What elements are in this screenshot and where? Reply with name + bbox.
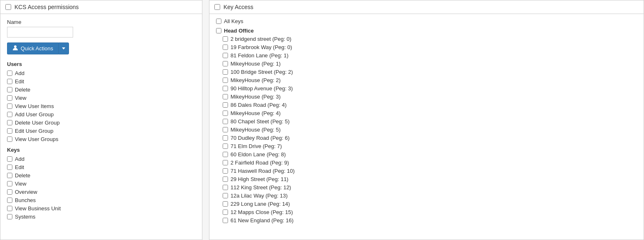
key-label-22: 61 New England (Peg: 16) [231,217,293,224]
key-checkbox-20[interactable] [223,201,228,207]
label-keys-add: Add [15,156,24,162]
left-panel-checkbox[interactable] [5,4,11,10]
key-checkbox-10[interactable] [223,119,228,124]
quick-actions-label: Quick Actions [21,45,53,52]
key-label-3: MikeyHouse (Peg: 1) [231,61,280,67]
perm-keys-view: View [7,180,195,187]
checkbox-keys-view[interactable] [7,181,12,186]
svg-point-0 [14,45,17,48]
key-label-12: 70 Dudley Road (Peg: 6) [231,135,290,141]
checkbox-users-view[interactable] [7,95,12,101]
label-keys-bunches: Bunches [15,197,36,203]
label-keys-overview: Overview [15,189,37,195]
checkbox-users-add-user-group[interactable] [7,112,12,117]
head-office-group-label: Head Office [216,28,637,34]
key-checkbox-12[interactable] [223,135,228,141]
key-checkbox-5[interactable] [223,78,228,83]
key-item: 80 Chapel Steet (Peg: 5) [216,118,637,125]
key-checkbox-17[interactable] [223,176,228,182]
all-keys-row: All Keys [216,18,637,24]
checkbox-users-view-user-items[interactable] [7,104,12,109]
key-checkbox-22[interactable] [223,218,228,223]
key-item: 81 Feldon Lane (Peg: 1) [216,52,637,59]
caret-icon [62,47,65,49]
key-item: 60 Eldon Lane (Peg: 8) [216,151,637,158]
head-office-checkbox[interactable] [216,28,221,33]
checkbox-keys-bunches[interactable] [7,198,12,203]
perm-keys-add: Add [7,155,195,162]
left-panel-header: KCS Access permissions [0,0,202,14]
key-item: 2 bridgend street (Peg: 0) [216,35,637,42]
checkbox-keys-add[interactable] [7,156,12,162]
all-keys-checkbox[interactable] [216,19,221,24]
key-checkbox-2[interactable] [223,53,228,58]
checkbox-users-edit[interactable] [7,79,12,84]
key-checkbox-18[interactable] [223,185,228,190]
right-panel-checkbox[interactable] [214,4,220,10]
key-label-17: 29 High Street (Peg: 11) [231,176,288,182]
key-checkbox-21[interactable] [223,209,228,215]
label-keys-systems: Systems [15,214,36,220]
checkbox-users-add[interactable] [7,71,12,76]
key-item: 229 Long Lane (Peg: 14) [216,200,637,207]
left-panel-title: KCS Access permissions [14,4,79,10]
key-checkbox-19[interactable] [223,193,228,198]
keys-section-title: Keys [7,147,195,153]
checkbox-users-edit-user-group[interactable] [7,128,12,134]
key-checkbox-16[interactable] [223,168,228,174]
all-keys-label: All Keys [224,18,243,24]
key-checkbox-14[interactable] [223,152,228,157]
label-keys-edit: Edit [15,164,24,170]
key-checkbox-1[interactable] [223,45,228,50]
key-checkbox-8[interactable] [223,102,228,108]
checkbox-keys-edit[interactable] [7,165,12,170]
right-panel-title: Key Access [223,4,253,10]
checkbox-users-delete[interactable] [7,87,12,92]
users-section-title: Users [7,61,195,67]
checkbox-keys-view-business-unit[interactable] [7,206,12,211]
key-label-6: 90 Hilltop Avenue (Peg: 3) [231,85,293,92]
key-item: MikeyHouse (Peg: 3) [216,93,637,100]
key-item: 19 Farbrook Way (Peg: 0) [216,44,637,51]
key-item: 61 New England (Peg: 16) [216,217,637,224]
right-panel: Key Access All Keys Head Office 2 bridge… [209,0,644,240]
checkbox-keys-delete[interactable] [7,173,12,178]
quick-actions-dropdown-button[interactable] [58,42,69,54]
key-checkbox-15[interactable] [223,160,228,165]
key-checkbox-11[interactable] [223,127,228,132]
perm-users-view: View [7,94,195,101]
checkbox-users-delete-user-group[interactable] [7,120,12,125]
quick-actions-button[interactable]: Quick Actions [7,42,58,54]
label-users-edit-user-group: Edit User Group [15,128,53,134]
key-label-16: 71 Haswell Road (Peg: 10) [231,168,295,174]
label-keys-delete: Delete [15,172,31,179]
label-users-view-user-items: View User Items [15,103,54,109]
key-label-2: 81 Feldon Lane (Peg: 1) [231,52,288,59]
label-users-view: View [15,95,26,101]
checkbox-keys-systems[interactable] [7,214,12,219]
key-checkbox-9[interactable] [223,111,228,116]
name-input[interactable] [7,27,73,38]
key-item: 70 Dudley Road (Peg: 6) [216,134,637,141]
right-panel-header: Key Access [209,0,644,14]
label-users-add-user-group: Add User Group [15,111,54,118]
perm-users-edit-user-group: Edit User Group [7,127,195,134]
key-checkbox-7[interactable] [223,94,228,99]
checkbox-users-view-user-groups[interactable] [7,136,12,142]
checkbox-keys-overview[interactable] [7,189,12,195]
key-checkbox-6[interactable] [223,86,228,91]
right-panel-body: All Keys Head Office 2 bridgend street (… [209,14,644,240]
key-label-7: MikeyHouse (Peg: 3) [231,94,280,100]
key-checkbox-3[interactable] [223,61,228,66]
key-checkbox-13[interactable] [223,144,228,149]
left-panel-body: Name Quick Actions Users A [0,14,202,240]
key-checkbox-4[interactable] [223,69,228,75]
perm-users-add-user-group: Add User Group [7,111,195,118]
key-label-21: 12 Mapps Close (Peg: 15) [231,209,293,215]
label-users-delete-user-group: Delete User Group [15,120,59,126]
key-label-4: 100 Bridge Street (Peg: 2) [231,69,293,75]
key-checkbox-0[interactable] [223,36,228,42]
key-label-5: MikeyHouse (Peg: 2) [231,77,280,83]
name-label: Name [7,19,195,25]
perm-users-edit: Edit [7,78,195,85]
